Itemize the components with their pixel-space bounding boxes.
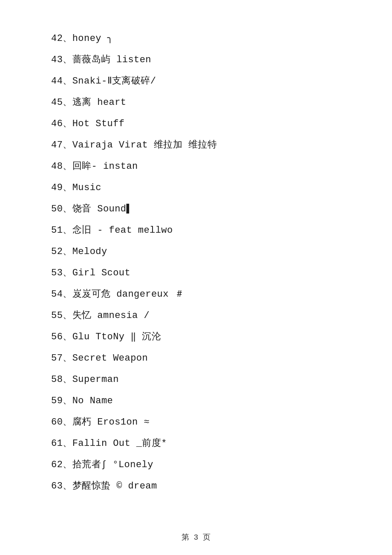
list-item: 48、回眸- instan [51,162,341,171]
list-item: 52、Melody [51,247,341,257]
page-footer: 第 3 页 [0,532,392,555]
list-item: 46、Hot Stuff [51,119,341,129]
list-item: 62、拾荒者∫ °Lonely [51,460,341,470]
list-item: 51、念旧 - feat mellwo [51,226,341,235]
list-item: 43、蔷薇岛屿 listen [51,55,341,65]
list-item: 57、Secret Weapon [51,354,341,363]
list-item: 50、饶音 Sound▌ [51,205,341,214]
main-content: 42、honey ╮43、蔷薇岛屿 listen44、Snaki-Ⅱ支离破碎/4… [51,0,341,529]
list-item: 47、Vairaja Virat 维拉加 维拉特 [51,141,341,150]
list-item: 58、Superman [51,375,341,384]
list-item: 53、Girl Scout [51,269,341,278]
page-number: 第 3 页 [182,533,210,542]
list-item: 54、岌岌可危 dangereux ＃ [51,290,341,299]
list-item: 61、Fallin Out _前度* [51,439,341,448]
list-item: 60、腐朽 Eros1on ≈ [51,418,341,427]
list-item: 42、honey ╮ [51,34,341,43]
list-item: 45、逃离 heart [51,98,341,107]
song-list: 42、honey ╮43、蔷薇岛屿 listen44、Snaki-Ⅱ支离破碎/4… [51,34,341,503]
list-item: 63、梦醒惊蛰 © dream [51,482,341,491]
list-item: 56、Glu TtoNy ‖ 沉沦 [51,332,341,342]
list-item: 59、No Name [51,396,341,406]
list-item: 44、Snaki-Ⅱ支离破碎/ [51,77,341,86]
list-item: 55、失忆 amnesia / [51,311,341,321]
list-item: 49、Music [51,183,341,193]
